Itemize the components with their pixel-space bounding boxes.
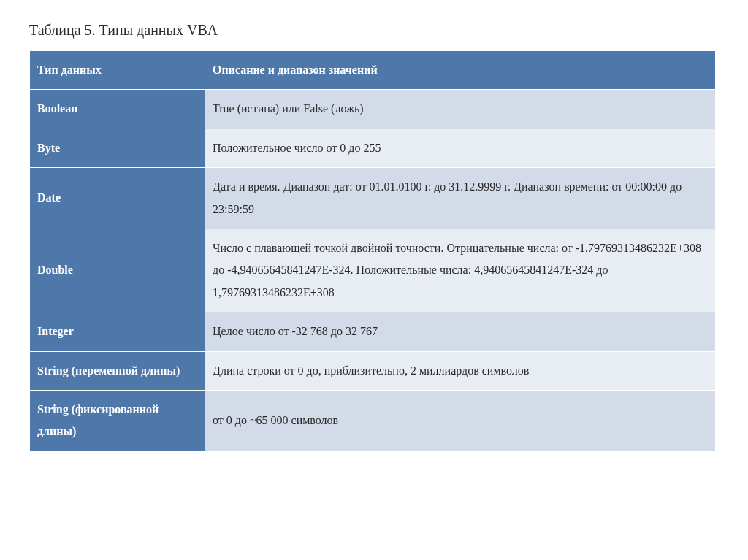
table-row: Byte Положительное число от 0 до 255 [30, 129, 716, 167]
cell-type: Boolean [30, 90, 205, 129]
table-row: Boolean True (истина) или False (ложь) [30, 90, 716, 129]
cell-type: String (переменной длины) [30, 351, 205, 390]
cell-type: Integer [30, 312, 205, 351]
cell-description: Дата и время. Диапазон дат: от 01.01.010… [205, 168, 716, 229]
cell-description: Целое число от -32 768 до 32 767 [205, 312, 716, 351]
table-caption: Таблица 5. Типы данных VBA [29, 22, 719, 39]
cell-description: True (истина) или False (ложь) [205, 90, 716, 129]
cell-type: String (фиксированной длины) [30, 390, 205, 451]
table-row: Double Число с плавающей точкой двойной … [30, 229, 716, 312]
header-description: Описание и диапазон значений [205, 51, 716, 90]
cell-type: Double [30, 229, 205, 312]
table-row: String (переменной длины) Длина строки о… [30, 351, 716, 390]
table-row: Date Дата и время. Диапазон дат: от 01.0… [30, 168, 716, 229]
cell-description: Положительное число от 0 до 255 [205, 129, 716, 167]
cell-type: Byte [30, 129, 205, 167]
cell-description: Длина строки от 0 до, приблизительно, 2 … [205, 351, 716, 390]
data-types-table: Тип данных Описание и диапазон значений … [29, 50, 716, 452]
header-type: Тип данных [30, 51, 205, 90]
cell-description: от 0 до ~65 000 символов [205, 390, 716, 451]
cell-description: Число с плавающей точкой двойной точност… [205, 229, 716, 312]
table-row: String (фиксированной длины) от 0 до ~65… [30, 390, 716, 451]
table-header-row: Тип данных Описание и диапазон значений [30, 51, 716, 90]
table-row: Integer Целое число от -32 768 до 32 767 [30, 312, 716, 351]
cell-type: Date [30, 168, 205, 229]
